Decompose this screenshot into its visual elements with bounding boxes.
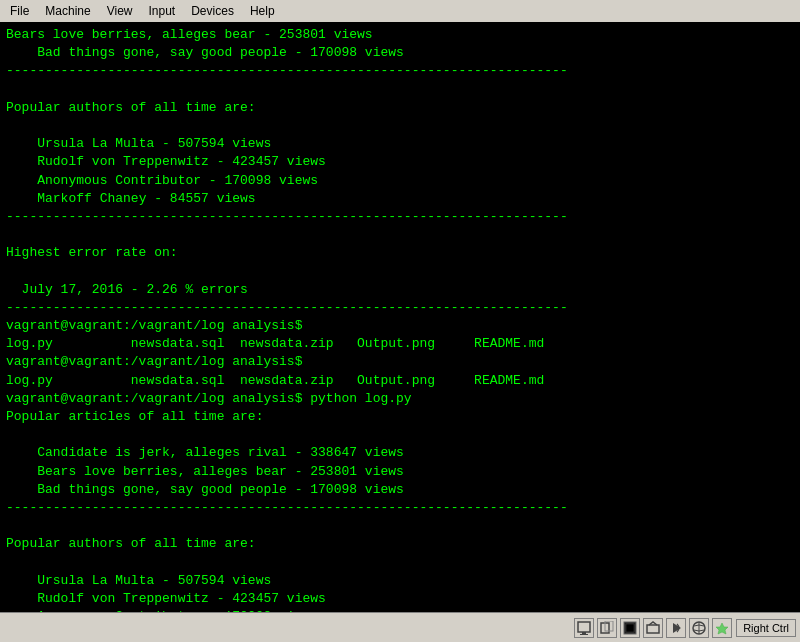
svg-rect-2 bbox=[580, 634, 588, 635]
menu-help[interactable]: Help bbox=[242, 2, 283, 20]
menu-devices[interactable]: Devices bbox=[183, 2, 242, 20]
terminal-content: Bears love berries, alleges bear - 25380… bbox=[6, 26, 794, 612]
taskbar-icon-1[interactable] bbox=[574, 618, 594, 638]
menu-machine[interactable]: Machine bbox=[37, 2, 98, 20]
terminal-area[interactable]: Bears love berries, alleges bear - 25380… bbox=[0, 22, 800, 612]
menu-input[interactable]: Input bbox=[141, 2, 184, 20]
right-ctrl-button[interactable]: Right Ctrl bbox=[736, 619, 796, 637]
svg-rect-7 bbox=[647, 625, 659, 633]
svg-rect-6 bbox=[626, 624, 634, 632]
taskbar-icon-6[interactable] bbox=[689, 618, 709, 638]
taskbar-icon-3[interactable] bbox=[620, 618, 640, 638]
taskbar-icon-group bbox=[574, 618, 732, 638]
taskbar-icon-2[interactable] bbox=[597, 618, 617, 638]
svg-rect-0 bbox=[578, 622, 590, 632]
taskbar-icon-5[interactable] bbox=[666, 618, 686, 638]
svg-rect-1 bbox=[582, 632, 586, 634]
taskbar-icon-4[interactable] bbox=[643, 618, 663, 638]
menu-view[interactable]: View bbox=[99, 2, 141, 20]
menu-file[interactable]: File bbox=[2, 2, 37, 20]
taskbar-icon-7[interactable] bbox=[712, 618, 732, 638]
taskbar: Right Ctrl bbox=[0, 612, 800, 642]
menubar: File Machine View Input Devices Help bbox=[0, 0, 800, 22]
